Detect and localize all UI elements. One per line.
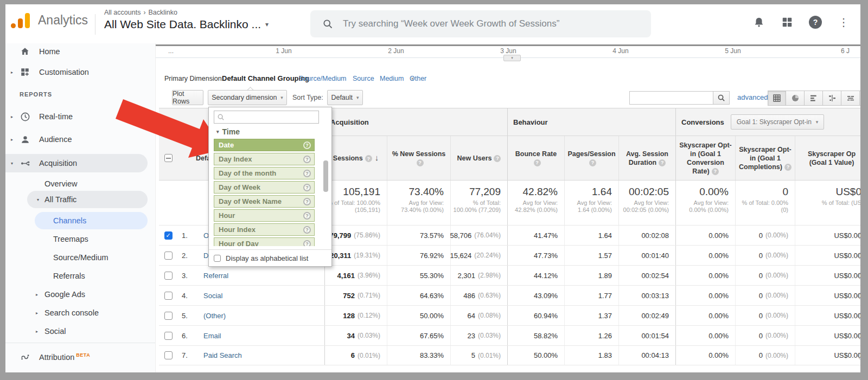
sort-descending-icon[interactable]: ↓ bbox=[375, 153, 379, 162]
view-table-icon[interactable] bbox=[768, 91, 786, 106]
sidebar-item-all-traffic[interactable]: ▾ All Traffic bbox=[27, 191, 148, 208]
channel-link[interactable]: Referral bbox=[203, 272, 228, 280]
row-checkbox[interactable] bbox=[164, 351, 173, 359]
help-icon[interactable]: ? bbox=[589, 159, 596, 166]
sidebar-item-social[interactable]: ▸ Social bbox=[5, 323, 148, 339]
help-icon[interactable]: ? bbox=[365, 155, 372, 162]
search-icon bbox=[217, 113, 225, 121]
view-pivot-icon[interactable] bbox=[860, 91, 860, 106]
view-term-cloud-icon[interactable] bbox=[841, 91, 860, 106]
channel-link[interactable]: (Other) bbox=[203, 312, 226, 320]
select-all-checkbox[interactable] bbox=[164, 154, 173, 162]
primary-dimension-source-medium[interactable]: Source/Medium bbox=[299, 73, 347, 84]
table-filter-input[interactable] bbox=[629, 91, 713, 105]
dimension-option-day-of-week[interactable]: Day of Week? bbox=[214, 181, 315, 194]
channel-link[interactable]: Social bbox=[203, 292, 222, 300]
help-icon[interactable]: ? bbox=[808, 15, 822, 29]
view-percentage-icon[interactable] bbox=[786, 91, 805, 106]
sidebar-item-customisation[interactable]: ▸ Customisation bbox=[5, 64, 148, 80]
dimension-group-time[interactable]: ▾ Time bbox=[216, 127, 240, 136]
sort-type-button[interactable]: Default▾ bbox=[327, 90, 363, 105]
row-checkbox[interactable] bbox=[164, 272, 173, 280]
column-header-8[interactable]: Skyscraper Opt-in (Goal 1 Conversion Rat… bbox=[675, 136, 735, 180]
help-icon[interactable]: ? bbox=[712, 168, 719, 175]
column-header-9[interactable]: Skyscraper Opt-in (Goal 1 Completions)? bbox=[735, 136, 795, 180]
help-icon[interactable]: ? bbox=[494, 155, 501, 162]
sidebar-item-realtime[interactable]: ▸ Real-time bbox=[5, 108, 148, 125]
table-filter-search-button[interactable] bbox=[713, 91, 730, 105]
plot-rows-button[interactable]: Plot Rows bbox=[172, 90, 203, 105]
help-icon[interactable]: ? bbox=[303, 141, 311, 149]
help-icon[interactable]: ? bbox=[303, 184, 311, 191]
sidebar-item-audience[interactable]: ▸ Audience bbox=[5, 131, 148, 147]
column-header-7[interactable]: Avg. Session Duration? bbox=[618, 136, 675, 180]
column-header-2[interactable]: Sessions?↓ bbox=[324, 136, 387, 180]
totals-subtext: % of Total: 100.00% (77,209) bbox=[453, 199, 501, 214]
help-icon[interactable]: ? bbox=[534, 159, 541, 166]
help-icon[interactable]: ? bbox=[303, 226, 311, 234]
sidebar-item-google-ads[interactable]: ▸ Google Ads bbox=[5, 286, 148, 302]
help-icon[interactable]: ? bbox=[303, 240, 311, 247]
sidebar-item-overview[interactable]: Overview bbox=[5, 176, 148, 192]
sidebar-item-attribution[interactable]: AttributionBETA bbox=[5, 346, 148, 368]
help-icon[interactable]: ? bbox=[303, 156, 311, 163]
notifications-bell-icon[interactable] bbox=[752, 15, 766, 29]
channel-link[interactable]: Email bbox=[203, 332, 221, 340]
chevron-down-icon: ▾ bbox=[265, 21, 269, 28]
help-icon[interactable]: ? bbox=[303, 170, 311, 177]
dimension-option-date[interactable]: Date? bbox=[214, 139, 315, 151]
chart-collapse-button[interactable]: ▾ bbox=[503, 55, 521, 61]
row-checkbox[interactable] bbox=[164, 252, 173, 260]
view-comparison-icon[interactable] bbox=[823, 91, 841, 106]
column-header-5[interactable]: Bounce Rate? bbox=[507, 136, 564, 180]
dimension-option-hour-index[interactable]: Hour Index? bbox=[214, 223, 315, 236]
property-view-selector[interactable]: All Web Site Data. Backlinko ... ▾ bbox=[104, 18, 269, 31]
metric-percent: (0.00%) bbox=[765, 332, 788, 339]
date-axis-tick: 5 Jun bbox=[725, 47, 741, 55]
row-checkbox[interactable] bbox=[164, 231, 173, 240]
kebab-menu-icon[interactable]: ⋮ bbox=[837, 15, 851, 29]
sidebar-item-acquisition[interactable]: ▾ Acquisition bbox=[5, 154, 148, 172]
dimension-option-hour[interactable]: Hour? bbox=[214, 209, 315, 222]
dropdown-scrollbar[interactable] bbox=[323, 160, 328, 192]
global-search-bar[interactable]: Try searching “Week over Week Growth of … bbox=[310, 10, 651, 37]
column-header-4[interactable]: New Users? bbox=[450, 136, 507, 180]
view-performance-icon[interactable] bbox=[805, 91, 823, 106]
sidebar-item-channels[interactable]: Channels bbox=[35, 212, 148, 229]
dimension-option-hour-of-day[interactable]: Hour of Day? bbox=[214, 237, 315, 246]
google-analytics-logo[interactable]: Analytics bbox=[11, 12, 88, 28]
goal-selector-dropdown[interactable]: Goal 1: Skyscraper Opt-in▾ bbox=[731, 114, 825, 130]
column-header-6[interactable]: Pages/Session? bbox=[564, 136, 618, 180]
help-icon[interactable]: ? bbox=[303, 212, 311, 220]
advanced-filter-link[interactable]: advanced bbox=[737, 90, 768, 105]
primary-dimension-active[interactable]: Default Channel Grouping bbox=[222, 73, 309, 84]
breadcrumb-all-accounts[interactable]: All accounts bbox=[104, 9, 141, 16]
help-icon[interactable]: ? bbox=[784, 164, 792, 171]
dimension-search-input[interactable] bbox=[214, 111, 319, 124]
secondary-dimension-button[interactable]: Secondary dimension▾ bbox=[208, 90, 287, 105]
row-checkbox[interactable] bbox=[164, 292, 173, 300]
channel-link[interactable]: Paid Search bbox=[203, 351, 242, 359]
help-icon[interactable]: ? bbox=[417, 159, 424, 166]
metric-percent: (0.71%) bbox=[358, 292, 380, 299]
primary-dimension-source[interactable]: Source bbox=[353, 73, 374, 84]
row-checkbox[interactable] bbox=[164, 332, 173, 340]
apps-grid-icon[interactable] bbox=[780, 15, 794, 29]
sidebar-item-treemaps[interactable]: Treemaps bbox=[5, 231, 148, 247]
dimension-option-day-index[interactable]: Day Index? bbox=[214, 153, 315, 165]
dimension-option-day-of-the-month[interactable]: Day of the month? bbox=[214, 167, 315, 179]
primary-dimension-medium[interactable]: Medium bbox=[380, 73, 404, 84]
column-header-3[interactable]: % New Sessions? bbox=[387, 136, 450, 180]
alphabetical-list-checkbox[interactable] bbox=[214, 255, 221, 262]
sidebar-item-source-medium[interactable]: Source/Medium bbox=[5, 249, 148, 266]
sidebar-item-referrals[interactable]: Referrals bbox=[5, 268, 148, 284]
row-checkbox[interactable] bbox=[164, 312, 173, 320]
help-icon[interactable]: ? bbox=[303, 198, 311, 205]
dimension-option-day-of-week-name[interactable]: Day of Week Name? bbox=[214, 195, 315, 208]
sidebar-item-search-console[interactable]: ▸ Search console bbox=[5, 305, 148, 321]
sidebar-item-home[interactable]: Home bbox=[5, 43, 148, 60]
column-header-10[interactable]: Skyscraper Op (Goal 1 Value) bbox=[795, 136, 860, 180]
help-icon[interactable]: ? bbox=[659, 159, 666, 166]
totals-subtext: % of Total: 100.00% (105,191) bbox=[327, 199, 380, 214]
breadcrumb-account[interactable]: Backlinko bbox=[148, 9, 177, 16]
